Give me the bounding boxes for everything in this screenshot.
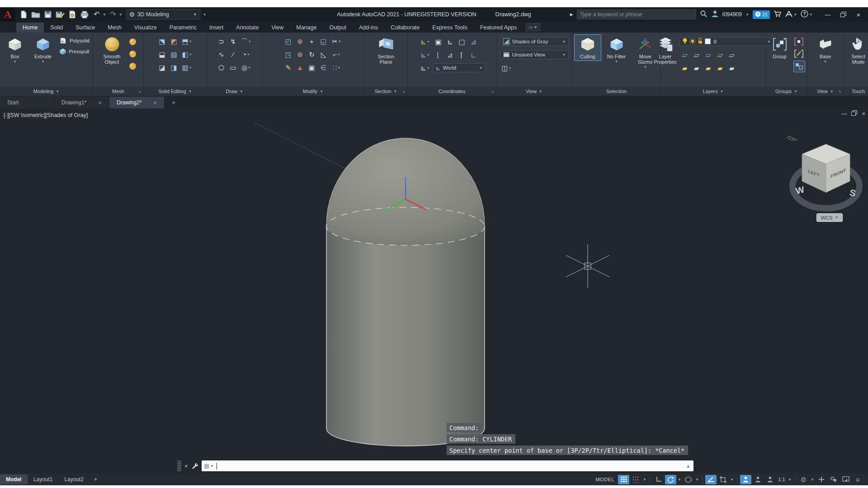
drawing-close-button[interactable]: × xyxy=(862,110,865,117)
new-drawing-tab[interactable]: + xyxy=(165,97,183,108)
layer-unisolate-icon[interactable]: ▰ xyxy=(691,62,702,73)
helix-icon[interactable]: ↯ xyxy=(228,36,239,47)
restore-button[interactable] xyxy=(836,9,850,20)
command-history-expand-icon[interactable]: ▲ xyxy=(686,463,691,469)
help-button[interactable]: ? ▼ xyxy=(801,10,813,19)
tab-add-ins[interactable]: Add-ins xyxy=(353,23,384,33)
culling-button[interactable]: Culling xyxy=(574,34,601,61)
ucs-face-icon[interactable]: ⌊ xyxy=(433,49,444,60)
annotation-autoscale-toggle[interactable] xyxy=(752,475,764,484)
snap-toggle[interactable] xyxy=(630,475,642,484)
wrench-icon[interactable] xyxy=(191,462,198,469)
stretch-icon[interactable]: ▣ xyxy=(307,62,317,73)
panel-label-mesh[interactable]: Mesh↘ xyxy=(93,87,143,96)
redo-button-caret[interactable]: ▼ xyxy=(119,13,123,17)
panel-label-touch[interactable]: Touch xyxy=(844,87,868,96)
ucs-icon[interactable]: ⊾▼ xyxy=(419,36,432,47)
solid-interfere-icon[interactable]: ◩ xyxy=(169,36,179,47)
ucs-dropdown[interactable]: ⊾World▼ xyxy=(433,63,486,72)
ucs-object-icon[interactable]: ⊿ xyxy=(468,36,479,47)
box-button-caret[interactable]: ▼ xyxy=(13,60,17,64)
ucs-zaxis-icon[interactable]: ⌈ xyxy=(457,49,467,60)
tab-express-tools[interactable]: Express Tools xyxy=(426,23,474,33)
layout-tab-model[interactable]: Model xyxy=(0,474,28,484)
tab-manage[interactable]: Manage xyxy=(290,23,323,33)
app-store-cart-icon[interactable] xyxy=(774,10,782,19)
layer-off-icon[interactable]: ▱ xyxy=(679,49,690,60)
viewport[interactable]: N E W S TOP LEFT FRONT [-][SW Isometric]… xyxy=(0,108,868,474)
open-icon[interactable] xyxy=(30,9,41,20)
select-mode-button[interactable]: Select Mode xyxy=(845,34,868,66)
search-icon[interactable] xyxy=(700,10,708,19)
panel-label-coordinates[interactable]: Coordinates↘ xyxy=(408,87,496,96)
model-space-indicator[interactable]: MODEL xyxy=(595,477,614,482)
tab-insert[interactable]: Insert xyxy=(203,23,230,33)
user-avatar[interactable] xyxy=(711,10,719,19)
trim-icon[interactable]: ✂▼ xyxy=(330,36,344,47)
mirror-3d-icon[interactable]: ⊛ xyxy=(295,49,306,60)
layer-color-swatch[interactable] xyxy=(705,38,711,45)
tab-view[interactable]: View xyxy=(265,23,290,33)
chamfer-edge-icon[interactable]: ⌐▼ xyxy=(330,49,344,60)
rotate-3d-icon[interactable]: ⊕ xyxy=(295,36,306,47)
group-button[interactable]: Group xyxy=(768,34,792,61)
layer-thaw-icon[interactable]: ▰ xyxy=(703,62,714,73)
panel-label-layers[interactable]: Layers▼ xyxy=(661,87,765,96)
osnap-caret[interactable]: ▼ xyxy=(730,478,734,482)
annotation-visibility-toggle[interactable] xyxy=(740,475,751,484)
clean-screen-toggle[interactable] xyxy=(840,475,851,484)
rotate-icon[interactable]: ↻ xyxy=(307,49,317,60)
solid-subtract-icon[interactable]: ⬓ xyxy=(157,49,168,60)
annotation-scale-icon[interactable] xyxy=(764,475,776,484)
tab-home[interactable]: Home xyxy=(16,23,44,33)
ucs-world-icon[interactable]: ▢ xyxy=(457,36,467,47)
layer-on-icon[interactable]: ▰ xyxy=(679,62,690,73)
panel-label-solid-editing[interactable]: Solid Editing▼ xyxy=(144,87,207,96)
rectangle-icon[interactable]: ▭ xyxy=(228,62,239,73)
minimize-button[interactable]: — xyxy=(821,9,835,20)
ucs-named-icon[interactable]: ▣ xyxy=(433,36,444,47)
tab-featured-apps[interactable]: Featured Apps xyxy=(474,23,523,33)
panel-launcher-icon[interactable]: ↘ xyxy=(491,89,494,94)
plot-icon[interactable] xyxy=(67,9,78,20)
line-icon[interactable]: ∕ xyxy=(228,49,239,60)
layer-walk-icon[interactable]: ▰ xyxy=(726,62,737,73)
layer-unlock-icon[interactable]: ▰ xyxy=(715,62,726,73)
move-icon[interactable]: + xyxy=(307,36,317,47)
panel-launcher-icon[interactable]: ↘ xyxy=(402,89,406,94)
circle-icon[interactable]: ◔▼ xyxy=(240,49,253,60)
isodraft-caret[interactable]: ▼ xyxy=(695,478,699,482)
erase-icon[interactable]: ◳ xyxy=(283,49,294,60)
layer-lock-icon[interactable] xyxy=(698,38,703,45)
ucs-3point-icon[interactable]: ∟ xyxy=(468,49,479,60)
panel-label-modify[interactable]: Modify▼ xyxy=(262,87,364,96)
solid-thicken-icon[interactable]: ▤ xyxy=(169,49,179,60)
otrack-toggle[interactable] xyxy=(705,475,717,484)
tab-annotate[interactable]: Annotate xyxy=(230,23,265,33)
solid-fillet-edge-icon[interactable]: ◨ xyxy=(169,62,179,73)
smooth-less-icon[interactable] xyxy=(127,48,138,59)
tab-parametric[interactable]: Parametric xyxy=(163,23,203,33)
search-input[interactable] xyxy=(577,9,696,19)
extrude-button[interactable]: Extrude▼ xyxy=(30,34,56,66)
3d-align-icon[interactable]: ▲ xyxy=(295,62,306,73)
polar-toggle[interactable] xyxy=(665,475,676,484)
snap-caret[interactable]: ▼ xyxy=(642,478,647,482)
workspace-toggle[interactable]: ⚙ xyxy=(798,475,809,484)
layer-isolate-icon[interactable]: ▱ xyxy=(691,49,702,60)
no-filter-button-caret[interactable]: ▼ xyxy=(615,60,618,64)
file-tab-drawing1[interactable]: Drawing1*× xyxy=(54,97,109,108)
extrude-button-caret[interactable]: ▼ xyxy=(41,60,45,64)
workspace-dropdown[interactable]: ⚙ 3D Modeling ▼ xyxy=(126,9,200,20)
named-view-dropdown[interactable]: Unsaved View▼ xyxy=(500,50,569,59)
smooth-refine-icon[interactable] xyxy=(127,61,138,71)
layer-on-off-icon[interactable] xyxy=(682,38,688,45)
panel-label-selection[interactable]: Selection xyxy=(572,87,660,96)
tab-solid[interactable]: Solid xyxy=(44,23,69,33)
annotation-scale-value[interactable]: 1:1 xyxy=(777,477,787,482)
panel-label-section[interactable]: Section▼↘ xyxy=(364,87,407,96)
offset-icon[interactable]: ✎ xyxy=(283,62,294,73)
panel-label-groups[interactable]: Groups▼ xyxy=(766,87,807,96)
smooth-object-button[interactable]: Smooth Object xyxy=(99,34,126,66)
layer-freeze-icon[interactable]: ▱ xyxy=(703,49,714,60)
